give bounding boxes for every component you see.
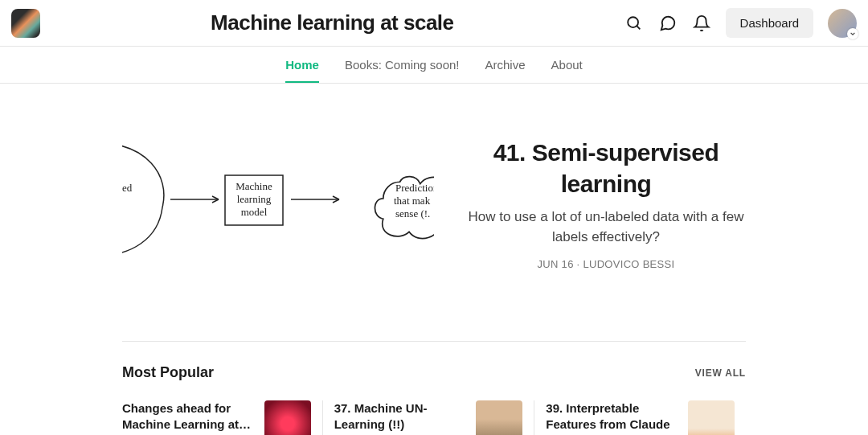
diagram-node-label: model [241, 206, 268, 218]
view-all-link[interactable]: VIEW ALL [695, 367, 746, 379]
diagram-node-label: ed [122, 182, 133, 194]
nav-about[interactable]: About [551, 47, 583, 83]
user-menu[interactable] [828, 9, 857, 38]
popular-title: 37. Machine UN-Learning (!!) [334, 400, 469, 433]
svg-point-0 [628, 17, 638, 27]
bell-icon[interactable] [692, 14, 711, 33]
featured-author: LUDOVICO BESSI [583, 258, 674, 270]
popular-thumbnail [264, 400, 311, 435]
diagram-node-label: Machine [235, 180, 272, 192]
featured-title: 41. Semi-supervised learning [466, 137, 746, 199]
popular-card[interactable]: Changes ahead for Machine Learning at… S… [122, 400, 322, 435]
popular-card[interactable]: 37. Machine UN-Learning (!!) MAY 19 · LU… [322, 400, 534, 435]
featured-post[interactable]: ed Machine learning model Prediction tha… [122, 127, 746, 280]
popular-title: 39. Interpretable Features from Claude 3… [546, 400, 680, 435]
nav-home[interactable]: Home [285, 47, 319, 83]
popular-thumbnail [688, 400, 735, 435]
site-logo[interactable] [11, 9, 40, 38]
svg-line-1 [637, 26, 640, 29]
featured-date: JUN 16 [538, 258, 574, 270]
search-icon[interactable] [624, 14, 644, 33]
chevron-down-icon [847, 28, 858, 39]
nav-archive[interactable]: Archive [485, 47, 526, 83]
site-title[interactable]: Machine learning at scale [211, 10, 454, 35]
nav-books[interactable]: Books: Coming soon! [345, 47, 460, 83]
featured-meta: JUN 16 · LUDOVICO BESSI [466, 258, 746, 270]
popular-title: Changes ahead for Machine Learning at… [122, 400, 256, 433]
most-popular-heading: Most Popular [122, 364, 214, 381]
diagram-node-label: that mak [394, 195, 431, 207]
dashboard-button[interactable]: Dashboard [726, 8, 813, 38]
diagram-node-label: sense (!. [395, 207, 430, 220]
diagram-node-label: learning [237, 193, 272, 205]
diagram-node-label: Prediction [395, 182, 434, 194]
featured-image: ed Machine learning model Prediction tha… [122, 127, 434, 280]
popular-card[interactable]: 39. Interpretable Features from Claude 3… [534, 400, 746, 435]
chat-icon[interactable] [658, 14, 678, 33]
popular-thumbnail [476, 400, 522, 435]
featured-subtitle: How to use a lot of un-labeled data with… [466, 207, 746, 247]
